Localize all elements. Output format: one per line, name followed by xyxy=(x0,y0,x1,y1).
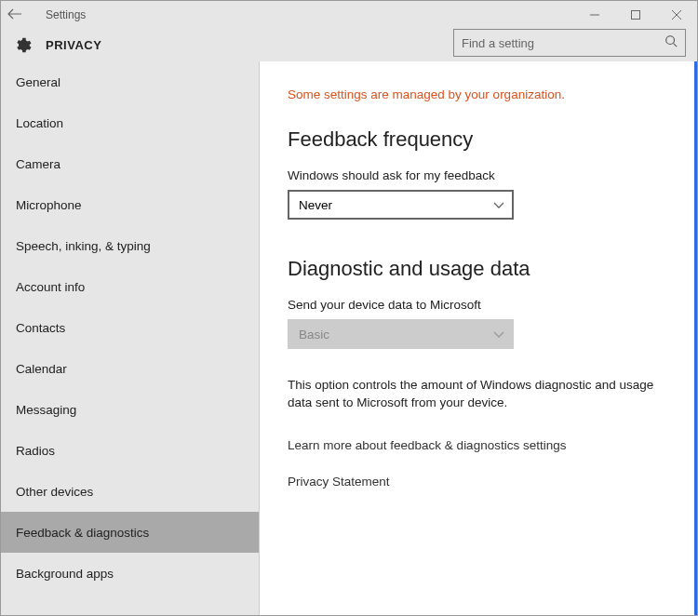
sidebar-item-label: Camera xyxy=(16,157,60,171)
sidebar-item[interactable]: Speech, inking, & typing xyxy=(1,225,259,266)
learn-more-link[interactable]: Learn more about feedback & diagnostics … xyxy=(288,438,669,452)
window-controls xyxy=(574,1,697,29)
window-title: Settings xyxy=(29,8,86,21)
sidebar-item[interactable]: General xyxy=(1,61,259,102)
sidebar-item-label: Calendar xyxy=(16,362,67,376)
sidebar-item[interactable]: Feedback & diagnostics xyxy=(1,512,259,553)
sidebar-item[interactable]: Other devices xyxy=(1,471,259,512)
sidebar-item[interactable]: Camera xyxy=(1,143,259,184)
diagnostic-heading: Diagnostic and usage data xyxy=(288,257,669,281)
chevron-down-icon xyxy=(493,198,504,212)
sidebar-item-label: General xyxy=(16,75,60,89)
sidebar-item[interactable]: Contacts xyxy=(1,307,259,348)
maximize-button[interactable] xyxy=(615,1,656,29)
sidebar-item-label: Other devices xyxy=(16,485,93,499)
search-icon xyxy=(664,34,678,51)
feedback-frequency-select[interactable]: Never xyxy=(288,190,514,220)
sidebar-item-label: Location xyxy=(16,116,63,130)
sidebar-item[interactable]: Radios xyxy=(1,430,259,471)
gear-icon xyxy=(12,35,33,56)
body: GeneralLocationCameraMicrophoneSpeech, i… xyxy=(1,61,697,615)
search-input[interactable] xyxy=(462,36,664,50)
sidebar-item[interactable]: Account info xyxy=(1,266,259,307)
sidebar-item[interactable]: Messaging xyxy=(1,389,259,430)
privacy-statement-link[interactable]: Privacy Statement xyxy=(288,475,669,489)
diagnostic-level-value: Basic xyxy=(299,328,329,341)
sidebar-item-label: Messaging xyxy=(16,403,76,417)
sidebar-item[interactable]: Microphone xyxy=(1,184,259,225)
sidebar-item-label: Speech, inking, & typing xyxy=(16,239,151,253)
section-title: PRIVACY xyxy=(33,38,101,52)
diagnostic-label: Send your device data to Microsoft xyxy=(288,298,669,312)
content: Some settings are managed by your organi… xyxy=(260,61,697,615)
sidebar-item-label: Radios xyxy=(16,444,55,458)
close-button[interactable] xyxy=(656,1,697,29)
sidebar: GeneralLocationCameraMicrophoneSpeech, i… xyxy=(1,61,260,615)
titlebar: Settings xyxy=(1,1,697,29)
svg-line-5 xyxy=(674,44,678,47)
header: PRIVACY xyxy=(1,29,697,61)
search-box[interactable] xyxy=(453,29,686,57)
feedback-heading: Feedback frequency xyxy=(288,127,669,152)
back-button[interactable] xyxy=(1,7,29,23)
sidebar-item-label: Background apps xyxy=(16,567,114,581)
diagnostic-level-select: Basic xyxy=(288,319,514,349)
sidebar-item[interactable]: Calendar xyxy=(1,348,259,389)
sidebar-item-label: Account info xyxy=(16,280,85,294)
minimize-button[interactable] xyxy=(574,1,615,29)
sidebar-item-label: Microphone xyxy=(16,198,82,212)
sidebar-item-label: Feedback & diagnostics xyxy=(16,526,149,540)
feedback-label: Windows should ask for my feedback xyxy=(288,168,669,182)
chevron-down-icon xyxy=(493,328,504,341)
diagnostic-description: This option controls the amount of Windo… xyxy=(288,377,660,412)
org-notice: Some settings are managed by your organi… xyxy=(288,87,669,101)
sidebar-item[interactable]: Location xyxy=(1,102,259,143)
sidebar-item[interactable]: Background apps xyxy=(1,553,259,594)
svg-point-4 xyxy=(666,36,675,45)
feedback-frequency-value: Never xyxy=(299,198,332,212)
svg-rect-1 xyxy=(632,11,640,20)
right-accent xyxy=(694,61,697,615)
sidebar-item-label: Contacts xyxy=(16,321,65,335)
